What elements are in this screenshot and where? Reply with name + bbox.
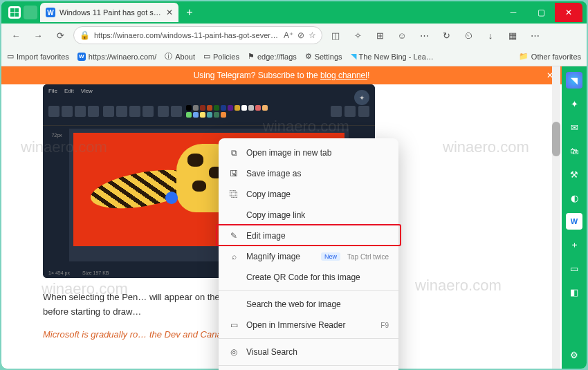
context-menu: ⧉Open image in new tab🖫Save image as⿻Cop… [219, 138, 398, 370]
sidebar-add-icon[interactable]: ＋ [566, 237, 582, 253]
copilot-icon: ✦ [354, 90, 369, 105]
bookmark-item[interactable]: ⚑edge://flags [248, 52, 297, 61]
import-icon: ▭ [7, 52, 14, 61]
menu-item-label: Open image in new tab [246, 148, 389, 158]
context-menu-item[interactable]: ▭Open in Immersive ReaderF9 [219, 315, 398, 335]
menu-item-icon: ⧉ [228, 148, 239, 158]
extensions-icon[interactable]: ✧ [349, 26, 367, 44]
ellipsis-icon[interactable]: ⋯ [415, 26, 433, 44]
active-tab[interactable]: W Windows 11 Paint has got sever… ✕ [40, 3, 178, 22]
doc-icon: ▭ [203, 52, 210, 61]
sidebar-icon[interactable]: ▭ [566, 260, 582, 277]
bookmark-item[interactable]: ▭Policies [203, 52, 239, 61]
sync-icon[interactable]: ↻ [437, 26, 455, 44]
menu-item-icon: ⿻ [228, 189, 239, 199]
other-favorites[interactable]: 📁Other favorites [519, 52, 581, 61]
address-toolbar: ← → ⟳ 🔒 https://winaero.com/windows-11-p… [1, 24, 587, 47]
scrollbar[interactable] [552, 66, 560, 369]
bookmark-item[interactable]: ⚙Settings [305, 52, 342, 61]
downloads-icon[interactable]: ↓ [481, 26, 499, 44]
split-icon[interactable]: ◫ [327, 26, 344, 44]
bookmark-item[interactable]: ◥The New Bing - Lea… [351, 52, 434, 61]
titlebar: W Windows 11 Paint has got sever… ✕ + ─ … [1, 1, 587, 24]
palette-color [193, 105, 199, 111]
context-menu-item[interactable]: Create QR Code for this image [219, 267, 398, 288]
sidebar-icon[interactable]: ⚒ [566, 166, 582, 183]
palette-color [207, 105, 212, 111]
reader-icon[interactable]: A⁺ [284, 30, 293, 40]
url-text: https://winaero.com/windows-11-paint-has… [94, 31, 279, 39]
menu-item-icon: ▭ [228, 320, 239, 330]
context-menu-item[interactable]: ◎Visual Search [219, 342, 398, 362]
palette-color [200, 105, 205, 111]
flag-icon: ⚑ [248, 52, 255, 61]
menu-shortcut: F9 [380, 322, 389, 329]
copilot-icon[interactable]: ◥ [566, 72, 582, 89]
palette-color [255, 105, 261, 111]
back-button[interactable]: ← [7, 26, 25, 44]
app-icon [8, 6, 21, 19]
menu-item-label: Create QR Code for this image [246, 272, 389, 282]
menu-separator [219, 365, 398, 366]
palette-color [207, 112, 212, 118]
apps-icon[interactable]: ▦ [504, 26, 522, 44]
selection-handle [165, 192, 178, 204]
tab-placeholder[interactable] [24, 6, 37, 19]
favicon-icon: W [77, 53, 86, 61]
edge-sidebar: ◥ ✦ ✉ 🛍 ⚒ ◐ W ＋ ▭ ◧ ⚙ [562, 66, 587, 369]
context-menu-item[interactable]: ⌕Magnify imageNewTap Ctrl twice [219, 246, 398, 267]
folder-icon: 📁 [519, 52, 529, 61]
menu-item-label: Copy image link [246, 210, 389, 220]
sidebar-settings-icon[interactable]: ⚙ [566, 346, 582, 363]
palette-color [248, 105, 254, 111]
sidebar-icon[interactable]: ✉ [566, 119, 582, 136]
more-icon[interactable]: ⋯ [526, 26, 544, 44]
palette-color [228, 105, 233, 111]
palette-color [241, 105, 247, 111]
bookmark-item[interactable]: ⓘAbout [165, 51, 195, 62]
menu-item-label: Save image as [246, 169, 389, 178]
minimize-button[interactable]: ─ [499, 3, 527, 22]
bookmarks-bar: ▭Import favorites Whttps://winaero.com/ … [1, 47, 587, 66]
context-menu-item[interactable]: ✎Edit image [219, 225, 398, 246]
close-button[interactable]: ✕ [555, 3, 582, 22]
palette-color [221, 112, 226, 118]
tab-close-icon[interactable]: ✕ [166, 8, 173, 17]
forward-button[interactable]: → [29, 26, 47, 44]
account-icon[interactable]: ☺ [393, 26, 411, 44]
context-menu-item[interactable]: ⧉Open image in new tab [219, 142, 398, 163]
new-tab-button[interactable]: + [181, 4, 198, 21]
palette-color [186, 105, 192, 111]
menu-separator [219, 290, 398, 291]
sidebar-icon[interactable]: W [566, 213, 582, 230]
sidebar-icon[interactable]: ◐ [566, 189, 582, 206]
maximize-button[interactable]: ▢ [527, 3, 555, 22]
menu-item-label: Visual Search [246, 347, 389, 357]
menu-item-icon: 🖫 [228, 169, 239, 178]
context-menu-item[interactable]: Copy image link [219, 205, 398, 225]
sidebar-icon[interactable]: ◧ [566, 284, 582, 300]
context-menu-item[interactable]: Search the web for image [219, 294, 398, 315]
favorite-icon[interactable]: ☆ [309, 30, 316, 40]
url-bar[interactable]: 🔒 https://winaero.com/windows-11-paint-h… [73, 26, 322, 44]
context-menu-item[interactable]: 🖫Save image as [219, 163, 398, 184]
scroll-thumb[interactable] [552, 122, 560, 156]
history-icon[interactable]: ⏲ [459, 26, 477, 44]
sidebar-icon[interactable]: ✦ [566, 95, 582, 112]
collections-icon[interactable]: ⊞ [371, 26, 389, 44]
menu-item-label: Magnify image [246, 252, 314, 261]
paint-menubar: FileEditView [43, 84, 375, 97]
paint-ribbon [43, 97, 375, 126]
context-menu-item[interactable]: ⿻Copy image [219, 184, 398, 205]
refresh-button[interactable]: ⟳ [51, 26, 69, 44]
translate-icon[interactable]: ⊘ [297, 30, 304, 40]
lock-icon: 🔒 [80, 30, 90, 40]
tab-title: Windows 11 Paint has got sever… [59, 8, 162, 17]
menu-item-icon: ✎ [228, 231, 239, 241]
paint-palette [186, 105, 269, 118]
sidebar-icon[interactable]: 🛍 [566, 142, 582, 159]
banner-link[interactable]: blog channel [320, 71, 367, 80]
menu-shortcut: Tap Ctrl twice [347, 253, 389, 261]
import-favorites[interactable]: ▭Import favorites [7, 52, 69, 61]
bookmark-item[interactable]: Whttps://winaero.com/ [77, 53, 156, 61]
